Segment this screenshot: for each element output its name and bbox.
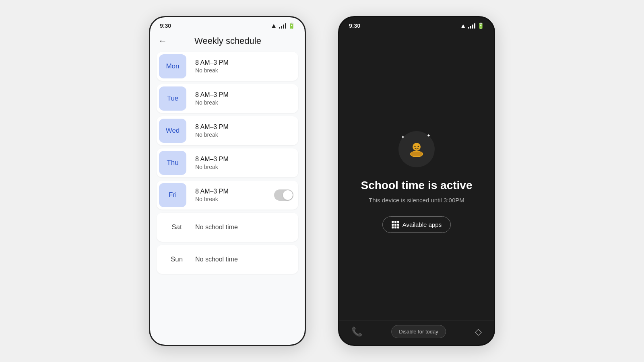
schedule-item-thu[interactable]: Thu 8 AM–3 PM No break	[157, 148, 298, 177]
svg-point-1	[413, 143, 421, 151]
avatar-circle: ✦ ✦	[398, 131, 435, 167]
status-icons-dark: ▲ 🔋	[460, 22, 484, 29]
schedule-info-sat: No school time	[189, 219, 298, 236]
schedule-time-thu: 8 AM–3 PM	[195, 156, 292, 163]
available-apps-label: Available apps	[402, 221, 442, 228]
phone-call-icon[interactable]: 📞	[351, 327, 362, 337]
status-icons-light: ▲ 🔋	[270, 22, 295, 29]
schedule-time-tue: 8 AM–3 PM	[195, 91, 292, 99]
schedule-item-wed[interactable]: Wed 8 AM–3 PM No break	[157, 116, 298, 145]
back-button[interactable]: ←	[158, 36, 167, 46]
svg-rect-2	[411, 152, 422, 156]
svg-point-3	[415, 146, 416, 147]
schedule-time-fri: 8 AM–3 PM	[195, 188, 268, 195]
dark-main-content: ✦ ✦ School time is active This devi	[339, 31, 494, 321]
time-light: 9:30	[160, 23, 171, 29]
fri-toggle-area	[274, 189, 298, 201]
battery-icon: 🔋	[288, 23, 295, 29]
status-bar-light: 9:30 ▲ 🔋	[150, 17, 305, 32]
schedule-info-thu: 8 AM–3 PM No break	[189, 151, 298, 175]
bottom-bar-dark: 📞 Disable for today ◇	[339, 321, 494, 345]
phone-light: 9:30 ▲ 🔋 ← Weekly schedule Mon	[149, 16, 306, 346]
schedule-info-wed: 8 AM–3 PM No break	[189, 119, 298, 143]
fri-toggle-knob	[283, 190, 293, 200]
schedule-info-mon: 8 AM–3 PM No break	[189, 54, 298, 78]
silenced-text: This device is silenced until 3:00PM	[369, 197, 464, 204]
schedule-item-tue[interactable]: Tue 8 AM–3 PM No break	[157, 84, 298, 113]
sparkle-tr: ✦	[427, 133, 431, 138]
wifi-icon-dark: ▲	[460, 22, 466, 29]
battery-icon-dark: 🔋	[477, 23, 484, 29]
schedule-break-wed: No break	[195, 132, 292, 138]
disable-today-button[interactable]: Disable for today	[391, 325, 446, 338]
signal-icon	[279, 23, 286, 29]
sparkle-tl: ✦	[401, 134, 405, 140]
day-badge-tue: Tue	[159, 86, 186, 111]
schedule-item-mon[interactable]: Mon 8 AM–3 PM No break	[157, 52, 298, 81]
day-badge-mon: Mon	[159, 54, 186, 78]
schedule-info-fri: 8 AM–3 PM No break	[189, 183, 274, 207]
schedule-no-school-sat: No school time	[195, 224, 292, 231]
svg-point-4	[418, 146, 419, 147]
day-badge-fri: Fri	[159, 183, 186, 207]
schedule-time-mon: 8 AM–3 PM	[195, 59, 292, 66]
wifi-icon: ▲	[270, 22, 277, 29]
schedule-break-fri: No break	[195, 196, 268, 202]
active-title: School time is active	[361, 179, 473, 192]
schedule-time-wed: 8 AM–3 PM	[195, 123, 292, 131]
schedule-no-school-sun: No school time	[195, 256, 292, 263]
dark-phone-inner: 9:30 ▲ 🔋 ✦ ✦	[339, 17, 494, 345]
phone-dark: 9:30 ▲ 🔋 ✦ ✦	[338, 16, 495, 346]
schedule-list: Mon 8 AM–3 PM No break Tue 8 AM–3 PM No …	[150, 52, 305, 274]
student-icon	[406, 139, 427, 160]
status-bar-dark: 9:30 ▲ 🔋	[339, 17, 494, 31]
signal-icon-dark	[468, 23, 475, 29]
day-badge-sun: Sun	[157, 245, 189, 274]
schedule-item-sat[interactable]: Sat No school time	[157, 213, 298, 242]
schedule-item-fri[interactable]: Fri 8 AM–3 PM No break	[157, 181, 298, 210]
day-badge-sat: Sat	[157, 213, 189, 242]
schedule-break-thu: No break	[195, 164, 292, 170]
disable-label: Disable for today	[399, 329, 438, 335]
page-title: Weekly schedule	[173, 36, 282, 46]
fri-toggle[interactable]	[274, 189, 293, 201]
apps-grid-icon	[392, 221, 399, 228]
location-icon[interactable]: ◇	[475, 327, 482, 337]
available-apps-button[interactable]: Available apps	[382, 216, 451, 233]
schedule-item-sun[interactable]: Sun No school time	[157, 245, 298, 274]
schedule-break-mon: No break	[195, 67, 292, 74]
time-dark: 9:30	[349, 23, 360, 29]
day-badge-wed: Wed	[159, 119, 186, 143]
schedule-info-sun: No school time	[189, 251, 298, 268]
header: ← Weekly schedule	[150, 32, 305, 52]
schedule-info-tue: 8 AM–3 PM No break	[189, 86, 298, 111]
schedule-break-tue: No break	[195, 99, 292, 106]
day-badge-thu: Thu	[159, 151, 186, 175]
